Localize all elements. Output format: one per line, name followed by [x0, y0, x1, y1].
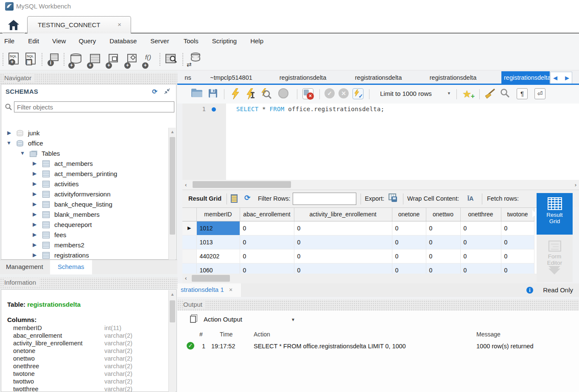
refresh-grid-icon[interactable]: ⟳ [244, 193, 250, 202]
tree-item-members2[interactable]: ▶ members2 [3, 241, 169, 251]
inspector-icon[interactable]: i [47, 53, 61, 67]
reconnect-dbms-icon[interactable]: ⇄ [187, 53, 202, 67]
grid-cell-selected[interactable]: 1012 [196, 221, 240, 235]
export-icon[interactable] [389, 193, 396, 200]
grid-row[interactable]: 440202 0 0 0 0 0 0 [182, 249, 534, 263]
grid-cell[interactable]: 0 [460, 263, 501, 274]
grid-cell[interactable]: 0 [501, 249, 534, 263]
query-tab-registrationsdelta-2[interactable]: registrationsdelta [349, 71, 408, 84]
menu-database[interactable]: Database [109, 37, 137, 45]
grid-cell[interactable]: 0 [392, 263, 426, 274]
beautify-sql-icon[interactable] [484, 88, 495, 99]
open-sql-file-icon[interactable]: SQL▣ [24, 53, 38, 67]
output-view-selector[interactable]: Action Output [204, 316, 242, 323]
filter-rows-input[interactable] [293, 193, 356, 204]
tree-item-act-members[interactable]: ▶ act_members [3, 159, 169, 169]
menu-help[interactable]: Help [250, 37, 263, 45]
menu-query[interactable]: Query [78, 37, 96, 45]
chevron-down-icon[interactable]: ▼ [20, 150, 25, 156]
scroll-tabs-left-icon[interactable]: ◀ [553, 75, 557, 81]
grid-cell[interactable]: 440202 [196, 249, 240, 263]
row-marker[interactable]: ▶ [182, 221, 196, 235]
row-marker[interactable] [182, 263, 196, 274]
col-header-twotone[interactable]: twotone [501, 208, 534, 221]
chevron-right-icon[interactable]: ▶ [33, 191, 36, 197]
tree-item-chequereport[interactable]: ▶ chequereport [3, 220, 169, 230]
panel-chevron-down-icon[interactable] [548, 269, 560, 274]
grid-cell[interactable]: 0 [294, 263, 392, 274]
grid-cell[interactable]: 0 [460, 221, 501, 235]
toggle-stop-on-error-icon[interactable]: × [302, 88, 313, 99]
col-header-abac-enrollement[interactable]: abac_enrollement [240, 208, 294, 221]
create-procedure-icon[interactable]: + [125, 53, 139, 67]
row-marker[interactable] [182, 235, 196, 249]
toggle-autocommit-icon[interactable]: ✓ [352, 88, 364, 99]
grid-cell[interactable]: 0 [392, 249, 426, 263]
sql-statement[interactable]: SELECT * FROM office.registrationsdelta; [236, 106, 384, 112]
grid-cell[interactable]: 0 [240, 221, 294, 235]
col-header-activity-libre-enrollement[interactable]: activity_libre_enrollement [294, 208, 392, 221]
grid-cell[interactable]: 0 [240, 235, 294, 249]
editor-hscrollbar[interactable]: ‹ › [182, 180, 579, 190]
menu-edit[interactable]: Edit [28, 37, 39, 45]
connection-tab[interactable]: TESTING_CONNECT × [27, 16, 131, 34]
grid-cell[interactable]: 0 [392, 235, 426, 249]
show-invisibles-icon[interactable]: ¶ [517, 88, 528, 99]
connection-tab-close-icon[interactable]: × [117, 21, 121, 28]
tab-schemas[interactable]: Schemas [50, 260, 92, 274]
filter-rows-field[interactable] [293, 193, 356, 205]
chevron-right-icon[interactable]: ▶ [33, 232, 36, 238]
scroll-left-icon[interactable]: ‹ [185, 182, 187, 188]
col-header-onettwo[interactable]: onettwo [426, 208, 460, 221]
grid-cell[interactable]: 0 [501, 235, 534, 249]
row-marker[interactable] [182, 249, 196, 263]
scroll-thumb[interactable] [192, 275, 230, 282]
grid-cell[interactable]: 0 [460, 235, 501, 249]
tree-item-act-members-printing[interactable]: ▶ act_members_printing [3, 169, 169, 179]
chevron-right-icon[interactable]: ▶ [7, 130, 11, 136]
tree-item-blank-members[interactable]: ▶ blank_members [3, 210, 169, 220]
tree-item-office[interactable]: ▼ office [3, 139, 169, 149]
menu-scripting[interactable]: Scripting [212, 37, 237, 45]
scroll-thumb[interactable] [193, 181, 291, 188]
tree-item-activityformversionn[interactable]: ▶ activityformversionn [3, 190, 169, 200]
execute-sql-icon[interactable] [230, 88, 241, 99]
grid-row[interactable]: 1013 0 0 0 0 0 0 [182, 235, 534, 249]
grid-cell[interactable]: 0 [240, 263, 294, 274]
menu-view[interactable]: View [52, 37, 66, 45]
chevron-right-icon[interactable]: ▶ [33, 171, 36, 176]
chevron-right-icon[interactable]: ▶ [33, 221, 36, 227]
menu-server[interactable]: Server [151, 37, 169, 45]
chevron-right-icon[interactable]: ▶ [33, 201, 36, 207]
form-editor-view-button[interactable]: Form Editor [537, 241, 573, 266]
tree-item-tables[interactable]: ▼ Tables [3, 149, 169, 159]
scroll-tabs-right-icon[interactable]: ▶ [565, 75, 569, 81]
query-tab-tmp[interactable]: ~tmpclp514801 [204, 71, 259, 84]
execute-current-statement-icon[interactable] [246, 88, 257, 99]
chevron-down-icon[interactable]: ▼ [6, 140, 11, 146]
filter-objects-field[interactable] [14, 101, 174, 112]
grid-row[interactable]: 1060 0 0 0 0 0 0 [182, 263, 534, 274]
query-tab-registrationsdelta-3[interactable]: registrationsdelta [423, 71, 483, 84]
filter-objects-input[interactable] [14, 102, 174, 112]
create-table-icon[interactable]: + [87, 53, 102, 67]
query-tab-partial[interactable]: ns [181, 71, 195, 84]
grid-options-icon[interactable] [231, 194, 238, 203]
chevron-right-icon[interactable]: ▶ [33, 181, 36, 187]
grid-cell[interactable]: 0 [294, 221, 392, 235]
grid-cell[interactable]: 0 [426, 263, 460, 274]
chevron-right-icon[interactable]: ▶ [33, 211, 36, 217]
tree-item-activities[interactable]: ▶ activities [3, 179, 169, 190]
tree-item-bank-cheque-listing[interactable]: ▶ bank_cheque_listing [3, 200, 169, 210]
col-header-memberID[interactable]: memberID [196, 208, 240, 221]
result-set-tab[interactable]: strationsdelta 1 × [177, 283, 241, 297]
tab-management[interactable]: Management [6, 263, 43, 270]
home-tab[interactable] [3, 16, 25, 34]
grid-cell[interactable]: 1013 [196, 235, 240, 249]
sql-editor[interactable]: 1 SELECT * FROM office.registrationsdelt… [182, 104, 579, 180]
save-snippet-icon[interactable]: ★ + [462, 88, 473, 99]
tree-item-fees[interactable]: ▶ fees [3, 230, 169, 241]
scroll-right-icon[interactable]: › [575, 182, 576, 188]
new-sql-tab-icon[interactable]: SQL+ [7, 53, 21, 67]
grid-cell[interactable]: 0 [294, 249, 392, 263]
